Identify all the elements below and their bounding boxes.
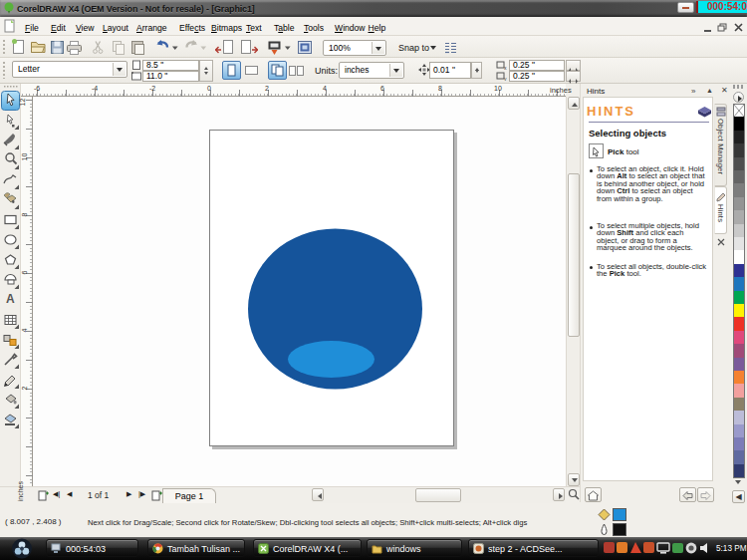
svg-text:y: y <box>504 76 507 81</box>
svg-text:A: A <box>6 292 15 306</box>
svg-text:x: x <box>504 65 507 71</box>
